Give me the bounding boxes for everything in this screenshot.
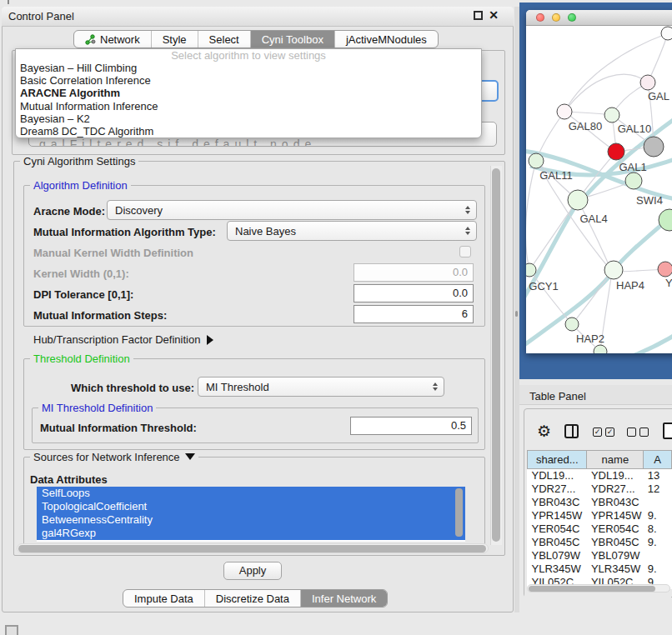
node[interactable] xyxy=(529,153,544,168)
column-header-shared[interactable]: shared... xyxy=(528,451,587,469)
settings-hscrollbar-thumb[interactable] xyxy=(18,545,486,552)
network-view-frame: GAL GAL80 GAL10 GAL1 GAL11 SWI4 GAL4 GCY… xyxy=(519,2,672,379)
mac-close-icon[interactable] xyxy=(536,13,544,22)
table-row[interactable]: YER054CYER054C8. xyxy=(528,522,672,536)
table-row[interactable]: YBR045CYBR045C9. xyxy=(528,536,672,549)
manual-kernel-checkbox[interactable] xyxy=(459,246,471,258)
checked-box-icon[interactable]: ✓ xyxy=(605,428,614,437)
dropdown-item[interactable]: Bayesian – Hill Climbing xyxy=(16,62,481,74)
table-combo-value: galFiltered.sif default node xyxy=(39,138,316,147)
table-row[interactable]: YLR345WYLR345W9. xyxy=(528,562,672,576)
table-row[interactable]: YBR043CYBR043C xyxy=(528,496,672,509)
mac-zoom-icon[interactable] xyxy=(568,13,576,22)
settings-vscrollbar-thumb[interactable] xyxy=(492,168,500,542)
sources-legend[interactable]: Sources for Network Inference xyxy=(30,451,198,463)
unchecked-box-icon[interactable] xyxy=(627,428,636,437)
node[interactable] xyxy=(608,143,624,160)
mi-threshold-legend: MI Threshold Definition xyxy=(38,402,156,414)
network-window-titlebar[interactable] xyxy=(526,10,672,26)
node[interactable] xyxy=(604,108,619,122)
table-clip-strip xyxy=(524,592,671,598)
edge xyxy=(578,200,612,272)
tab-network[interactable]: Network xyxy=(74,31,152,48)
algorithm-definition-legend: Algorithm Definition xyxy=(30,179,131,192)
node[interactable] xyxy=(644,137,664,157)
which-threshold-select[interactable]: MI Threshold xyxy=(198,377,444,397)
list-item[interactable]: BetweennessCentrality xyxy=(37,513,465,527)
new-document-icon[interactable] xyxy=(663,422,672,439)
checked-box-icon[interactable]: ✓ xyxy=(593,428,602,437)
hub-section-toggle[interactable]: Hub/Transcription Factor Definition xyxy=(33,333,213,346)
tab-network-label: Network xyxy=(100,33,140,46)
table-row[interactable]: YDL19...YDL19...13 xyxy=(528,469,672,482)
float-window-icon[interactable] xyxy=(474,11,483,20)
tab-jactivemnodules[interactable]: jActiveMNodules xyxy=(335,31,438,48)
node[interactable] xyxy=(625,172,642,189)
node[interactable] xyxy=(604,261,623,279)
node[interactable] xyxy=(594,345,607,353)
minimized-panel-icon[interactable] xyxy=(5,625,18,635)
dropdown-item[interactable]: Dream8 DC_TDC Algorithm xyxy=(16,125,481,138)
edge xyxy=(526,161,536,270)
list-scrollbar[interactable] xyxy=(455,488,463,537)
node[interactable] xyxy=(661,27,672,40)
tab-impute-data[interactable]: Impute Data xyxy=(123,590,205,607)
edge xyxy=(624,320,672,353)
table-row[interactable]: YBL079WYBL079W xyxy=(528,549,672,562)
aracne-mode-select[interactable]: Discovery xyxy=(107,200,477,220)
node-label: SWI4 xyxy=(636,194,663,207)
network-canvas[interactable]: GAL GAL80 GAL10 GAL1 GAL11 SWI4 GAL4 GCY… xyxy=(526,26,672,353)
which-threshold-value: MI Threshold xyxy=(206,381,269,393)
hub-section-label: Hub/Transcription Factor Definition xyxy=(33,333,200,346)
node[interactable] xyxy=(568,190,588,210)
column-header-partial[interactable]: A xyxy=(644,451,672,469)
table-row[interactable]: YDR27...YDR27...12 xyxy=(528,482,672,496)
tab-cyni-toolbox[interactable]: Cyni Toolbox xyxy=(251,31,335,48)
node[interactable] xyxy=(565,318,579,331)
apply-button[interactable]: Apply xyxy=(223,562,282,580)
data-attributes-label: Data Attributes xyxy=(30,473,108,486)
mi-steps-field[interactable]: 6 xyxy=(354,305,474,323)
collapse-down-icon xyxy=(185,453,195,460)
list-item[interactable]: gal4RGexp xyxy=(37,527,465,540)
dropdown-prompt: Select algorithm to view settings xyxy=(16,49,481,62)
tab-select[interactable]: Select xyxy=(198,31,251,48)
node-label: GAL xyxy=(648,90,669,102)
list-item[interactable]: TopologicalCoefficient xyxy=(37,500,465,513)
tab-discretize-data[interactable]: Discretize Data xyxy=(205,590,301,607)
mi-threshold-field[interactable]: 0.5 xyxy=(350,417,472,435)
algorithm-dropdown: Select algorithm to view settings Bayesi… xyxy=(15,48,482,138)
control-panel-title: Control Panel xyxy=(8,10,74,22)
node[interactable] xyxy=(526,263,536,277)
scrollbar-remnant xyxy=(8,0,9,4)
mi-type-value: Naive Bayes xyxy=(235,225,296,238)
node-label: GAL10 xyxy=(618,122,651,135)
close-icon[interactable]: ✕ xyxy=(489,8,499,22)
dropdown-item-selected[interactable]: ARACNE Algorithm xyxy=(16,87,481,99)
kernel-width-label: Kernel Width (0,1): xyxy=(33,268,129,280)
manual-kernel-label: Manual Kernel Width Definition xyxy=(33,247,193,259)
dropdown-item[interactable]: Basic Correlation Inference xyxy=(16,74,481,87)
mi-type-select[interactable]: Naive Bayes xyxy=(227,221,477,241)
split-columns-icon[interactable] xyxy=(564,424,579,438)
node[interactable] xyxy=(557,104,572,119)
unchecked-box-icon[interactable] xyxy=(639,428,649,437)
dpi-tolerance-label: DPI Tolerance [0,1]: xyxy=(33,288,133,301)
splitter-handle-icon[interactable] xyxy=(515,311,518,317)
column-header-name[interactable]: name xyxy=(587,451,644,469)
dpi-tolerance-field[interactable]: 0.0 xyxy=(354,284,474,302)
node[interactable] xyxy=(640,75,655,90)
table-hscrollbar-thumb[interactable] xyxy=(529,586,655,592)
dropdown-item[interactable]: Mutual Information Inference xyxy=(16,100,481,112)
tab-style[interactable]: Style xyxy=(152,31,198,48)
kernel-width-field[interactable]: 0.0 xyxy=(354,263,474,282)
data-attributes-list[interactable]: SelfLoops TopologicalCoefficient Between… xyxy=(37,487,465,542)
list-item[interactable]: SelfLoops xyxy=(37,487,465,500)
dropdown-item[interactable]: Bayesian – K2 xyxy=(16,112,481,125)
node[interactable] xyxy=(658,262,672,277)
tab-infer-network[interactable]: Infer Network xyxy=(301,590,387,607)
table-row[interactable]: YPR145WYPR145W9. xyxy=(528,509,672,522)
mac-minimize-icon[interactable] xyxy=(552,13,560,22)
gear-icon[interactable]: ⚙ xyxy=(537,422,551,441)
aracne-mode-label: Aracne Mode: xyxy=(33,205,105,218)
